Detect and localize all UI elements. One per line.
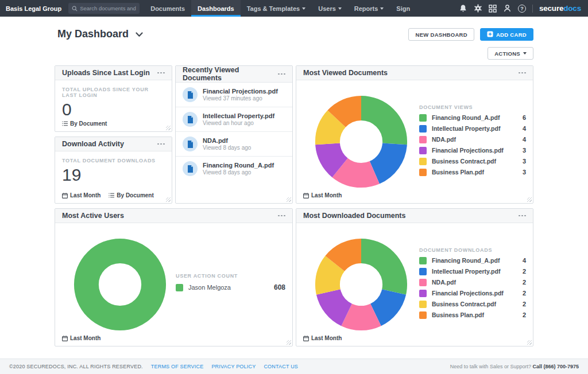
- main-content: My Dashboard NEW DASHBOARD ADD CARD ACTI…: [0, 17, 588, 359]
- chevron-down-icon: [380, 7, 384, 10]
- terms-of-service-link[interactable]: TERMS OF SERVICE: [151, 364, 204, 369]
- support-info: Need to talk with Sales or Support? Call…: [450, 364, 579, 369]
- page-footer: ©2020 SECUREDOCS, INC. ALL RIGHTS RESERV…: [0, 359, 588, 374]
- legend-swatch: [419, 268, 427, 275]
- card-menu-ellipsis-icon[interactable]: [157, 70, 165, 76]
- nav-item-documents[interactable]: Documents: [144, 0, 191, 17]
- card-download-activity: Download Activity TOTAL DOCUMENT DOWNLOA…: [55, 137, 172, 204]
- most-downloaded-donut-chart: [314, 237, 409, 332]
- dashboard-grid: Uploads Since Last Login TOTAL UPLOADS S…: [55, 65, 533, 346]
- recent-document-row[interactable]: Financial Projections.pdfViewed 37 minut…: [176, 83, 292, 107]
- legend-swatch: [419, 147, 427, 154]
- nav-item-sign[interactable]: Sign: [390, 0, 416, 17]
- chevron-down-icon: [302, 7, 305, 10]
- search-icon: [72, 3, 80, 14]
- legend-swatch: [419, 301, 427, 308]
- card-menu-ellipsis-icon[interactable]: [519, 70, 526, 76]
- chevron-down-icon: [523, 52, 527, 54]
- last-month-filter[interactable]: Last Month: [303, 192, 342, 198]
- help-icon[interactable]: ?: [518, 5, 526, 13]
- nav-item-dashboards[interactable]: Dashboards: [191, 0, 241, 17]
- legend-item: NDA.pdf2: [419, 279, 526, 286]
- nav-item-tags-templates[interactable]: Tags & Templates: [241, 0, 312, 17]
- legend-swatch: [419, 279, 427, 286]
- legend-swatch: [419, 114, 427, 122]
- plus-square-icon: [487, 31, 493, 38]
- legend-item: Business Plan.pdf2: [419, 311, 526, 319]
- last-month-filter[interactable]: Last Month: [62, 335, 100, 341]
- legend-swatch: [419, 257, 427, 264]
- by-document-filter[interactable]: By Document: [109, 192, 153, 198]
- card-menu-ellipsis-icon[interactable]: [519, 213, 526, 219]
- chevron-down-icon: [338, 7, 342, 10]
- add-card-button[interactable]: ADD CARD: [480, 28, 533, 41]
- chart-legend: USER ACTION COUNT Jason Melgoza608: [176, 273, 285, 296]
- navbar-utilities: ? securedocs: [459, 0, 588, 17]
- legend-item: NDA.pdf4: [419, 136, 526, 143]
- most-viewed-donut-chart: [314, 94, 409, 189]
- legend-swatch: [419, 169, 427, 176]
- chart-legend: DOCUMENT VIEWS Financing Round_A.pdf6 In…: [419, 104, 526, 180]
- document-icon: [183, 112, 198, 127]
- list-icon: [62, 121, 68, 126]
- card-menu-ellipsis-icon[interactable]: [278, 71, 285, 77]
- calendar-icon: [62, 193, 68, 198]
- legend-swatch: [419, 311, 427, 319]
- legend-item: Financial Projections.pdf3: [419, 147, 526, 154]
- stat-value: 0: [62, 100, 165, 119]
- last-month-filter[interactable]: Last Month: [303, 335, 342, 341]
- resize-handle[interactable]: [166, 126, 171, 130]
- copyright-text: ©2020 SECUREDOCS, INC. ALL RIGHTS RESERV…: [9, 364, 143, 369]
- legend-swatch: [419, 136, 427, 143]
- card-title: Uploads Since Last Login: [62, 69, 150, 77]
- resize-handle[interactable]: [527, 197, 532, 202]
- legend-item: Financing Round_A.pdf6: [419, 114, 526, 122]
- list-icon: [109, 193, 114, 198]
- search-input[interactable]: [80, 5, 136, 11]
- top-navbar: Basis Legal Group Documents Dashboards T…: [0, 0, 588, 17]
- account-brand: Basis Legal Group: [0, 0, 68, 17]
- calendar-icon: [62, 336, 68, 341]
- card-title: Most Viewed Documents: [303, 69, 388, 77]
- by-document-filter[interactable]: By Document: [62, 120, 107, 127]
- new-dashboard-button[interactable]: NEW DASHBOARD: [408, 28, 474, 41]
- card-title: Download Activity: [62, 140, 124, 148]
- primary-nav: Documents Dashboards Tags & Templates Us…: [144, 0, 416, 17]
- resize-handle[interactable]: [287, 340, 291, 345]
- actions-dropdown-button[interactable]: ACTIONS: [488, 47, 533, 60]
- legend-item: Business Contract.pdf2: [419, 301, 526, 308]
- card-title: Most Downloaded Documents: [303, 212, 405, 220]
- notifications-bell-icon[interactable]: [459, 4, 467, 13]
- stat-value: 19: [62, 165, 165, 185]
- last-month-filter[interactable]: Last Month: [62, 192, 100, 198]
- settings-gear-icon[interactable]: [474, 4, 482, 13]
- apps-grid-icon[interactable]: [489, 5, 497, 13]
- nav-item-reports[interactable]: Reports: [348, 0, 390, 17]
- recent-document-row[interactable]: Financing Round_A.pdfViewed 8 days ago: [176, 157, 292, 181]
- search-box[interactable]: [68, 3, 140, 14]
- card-uploads-since-last-login: Uploads Since Last Login TOTAL UPLOADS S…: [55, 65, 172, 132]
- recent-document-row[interactable]: NDA.pdfViewed 8 days ago: [176, 132, 292, 157]
- document-icon: [183, 161, 198, 176]
- resize-handle[interactable]: [166, 197, 171, 202]
- card-menu-ellipsis-icon[interactable]: [278, 213, 285, 219]
- privacy-policy-link[interactable]: PRIVACY POLICY: [211, 364, 256, 369]
- card-title: Recently Viewed Documents: [183, 66, 278, 82]
- resize-handle[interactable]: [287, 197, 291, 202]
- securedocs-logo: securedocs: [539, 4, 581, 13]
- card-most-active-users: Most Active Users USER ACTION COUNT Jaso…: [55, 208, 293, 346]
- legend-swatch: [419, 158, 427, 165]
- dashboard-selector-chevron-icon[interactable]: [136, 29, 143, 40]
- contact-us-link[interactable]: CONTACT US: [264, 364, 298, 369]
- card-menu-ellipsis-icon[interactable]: [157, 141, 165, 147]
- recent-document-row[interactable]: Intellectual Property.pdfViewed an hour …: [176, 107, 292, 132]
- document-icon: [183, 87, 198, 102]
- calendar-icon: [303, 193, 309, 198]
- page-title: My Dashboard: [57, 28, 129, 40]
- nav-item-users[interactable]: Users: [312, 0, 348, 17]
- resize-handle[interactable]: [527, 340, 532, 345]
- user-profile-icon[interactable]: [503, 4, 512, 13]
- chart-legend: DOCUMENT DOWNLOADS Financing Round_A.pdf…: [419, 247, 526, 322]
- stat-label: TOTAL UPLOADS SINCE YOUR LAST LOGIN: [62, 87, 165, 98]
- support-phone: Call (866) 700-7975: [532, 364, 579, 369]
